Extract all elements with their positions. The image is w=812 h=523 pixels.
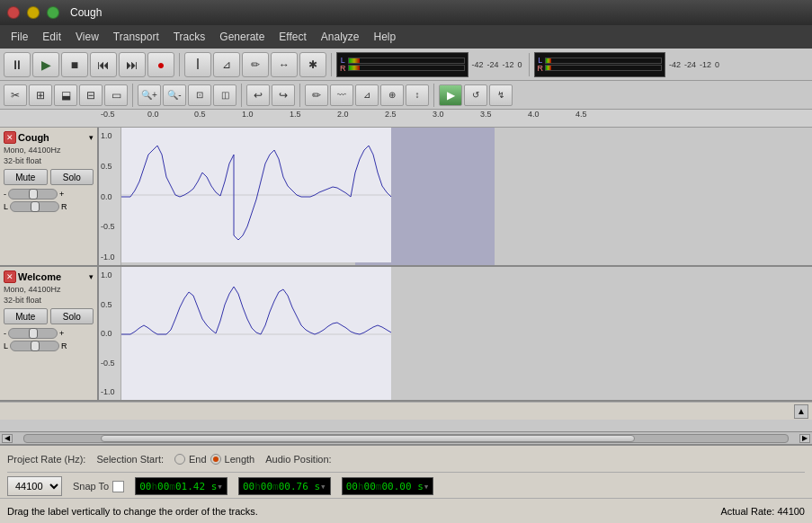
maximize-button[interactable] [47, 6, 59, 19]
ibeam-tool[interactable]: I [184, 52, 211, 77]
hscrollbar-track [23, 434, 789, 443]
length-radio[interactable] [210, 454, 221, 465]
draw-tool[interactable]: ✏ [242, 52, 269, 77]
zoom-fit-button[interactable]: ⊡ [188, 84, 211, 106]
amp2-label-10: 1.0 [101, 270, 119, 279]
track-welcome-waveform[interactable]: 1.0 0.5 0.0 -0.5 -1.0 [99, 267, 812, 400]
zoom-tool[interactable]: ↔ [271, 52, 298, 77]
waveform-svg-cough[interactable] [121, 128, 391, 262]
len-h: 00 [243, 481, 254, 492]
scrub-btn[interactable]: ↯ [489, 84, 513, 106]
sep-edit2 [241, 84, 242, 107]
track-cough-pan-slider[interactable] [10, 201, 59, 212]
zoom-btn2[interactable]: ⊕ [380, 84, 404, 106]
scroll-left-arrow[interactable]: ◀ [2, 434, 13, 443]
play-button[interactable]: ▶ [32, 52, 59, 77]
cut-button[interactable]: ✂ [4, 84, 27, 106]
track-welcome-gain-slider[interactable] [8, 328, 58, 339]
project-rate-group: Project Rate (Hz): [7, 454, 85, 465]
menu-transport[interactable]: Transport [106, 29, 166, 45]
ruler-tick-25: 2.5 [385, 110, 397, 119]
track-cough-solo[interactable]: Solo [50, 169, 94, 185]
waveform-svg-welcome[interactable] [121, 267, 391, 400]
track-cough-dropdown[interactable]: ▾ [89, 133, 94, 142]
project-rate-select[interactable]: 44100 22050 48000 [7, 476, 62, 496]
copy-button[interactable]: ⊞ [29, 84, 52, 106]
sep-edit3 [299, 84, 300, 107]
selection-start-display[interactable]: 00 h 00 m 01.42 s ▾ [135, 477, 228, 495]
record-button[interactable]: ● [147, 52, 174, 77]
envelope-tool[interactable]: ⊿ [213, 52, 240, 77]
next-button[interactable]: ⏭ [119, 52, 146, 77]
status-row1: Project Rate (Hz): Selection Start: End … [7, 446, 805, 473]
redo-button[interactable]: ↪ [272, 84, 295, 106]
pos-dropdown[interactable]: ▾ [424, 481, 430, 492]
silence-button[interactable]: ▭ [104, 84, 128, 106]
close-button[interactable] [7, 6, 20, 19]
zoom-in-button[interactable]: 🔍+ [138, 84, 161, 106]
prev-button[interactable]: ⏮ [90, 52, 117, 77]
menu-tracks[interactable]: Tracks [166, 29, 213, 45]
project-rate-input-group: 44100 22050 48000 [7, 476, 62, 496]
fit-v-btn[interactable]: ↕ [406, 84, 429, 106]
menu-analyze[interactable]: Analyze [314, 29, 367, 45]
len-dropdown[interactable]: ▾ [320, 481, 326, 492]
gain-minus-icon[interactable]: - [4, 190, 6, 199]
trim-button[interactable]: ⊟ [79, 84, 103, 106]
menu-file[interactable]: File [4, 29, 35, 45]
gain-minus2-icon[interactable]: - [4, 329, 6, 338]
menu-edit[interactable]: Edit [35, 29, 68, 45]
track-cough-close[interactable]: ✕ [4, 131, 16, 144]
draw-btn2[interactable]: ✏ [305, 84, 328, 106]
vu-scale-2: -24 [487, 60, 499, 69]
track-welcome-pan-slider[interactable] [10, 341, 59, 351]
track-welcome-mute[interactable]: Mute [4, 308, 48, 324]
amp-label-05: 0.5 [101, 162, 119, 171]
pos-h-lbl: h [358, 481, 364, 492]
content-area: -0.5 0.0 0.5 1.0 1.5 2.0 2.5 3.0 3.5 4.0… [0, 110, 812, 498]
main-toolbar: ⏸ ▶ ■ ⏮ ⏭ ● I ⊿ ✏ ↔ ✱ L R [0, 49, 812, 81]
sep-edit1 [132, 84, 133, 107]
menu-help[interactable]: Help [367, 29, 404, 45]
sel-start-m: 00 [157, 481, 169, 492]
track-cough-waveform[interactable]: 1.0 0.5 0.0 -0.5 -1.0 [99, 128, 812, 265]
track-cough-mute[interactable]: Mute [4, 169, 48, 185]
end-radio[interactable] [174, 454, 185, 465]
scroll-right-arrow[interactable]: ▶ [799, 434, 810, 443]
undo-button[interactable]: ↩ [246, 84, 270, 106]
ruler-tick-n05: -0.5 [101, 110, 115, 119]
stop-button[interactable]: ■ [61, 52, 88, 77]
track-welcome-solo[interactable]: Solo [50, 308, 94, 324]
zoom-out-button[interactable]: 🔍- [163, 84, 186, 106]
pan-right2-label: R [61, 341, 67, 350]
amplify-btn[interactable]: ⊿ [355, 84, 379, 106]
timeline-ruler: -0.5 0.0 0.5 1.0 1.5 2.0 2.5 3.0 3.5 4.0… [0, 110, 812, 128]
play-green-btn[interactable]: ▶ [439, 84, 462, 106]
multitool[interactable]: ✱ [299, 52, 326, 77]
minimize-button[interactable] [27, 6, 40, 19]
gain-plus-icon[interactable]: + [59, 190, 64, 199]
sel-start-dropdown[interactable]: ▾ [217, 481, 223, 492]
loop-btn[interactable]: ↺ [464, 84, 487, 106]
audio-position-display[interactable]: 00 h 00 m 00.00 s ▾ [342, 477, 434, 495]
track-welcome-close[interactable]: ✕ [4, 270, 16, 283]
length-display[interactable]: 00 h 00 m 00.76 s ▾ [238, 477, 331, 495]
track-cough-gain-slider[interactable] [8, 189, 58, 199]
menu-view[interactable]: View [68, 29, 106, 45]
hscrollbar-thumb[interactable] [101, 435, 635, 442]
svg-rect-2 [121, 267, 391, 400]
paste-button[interactable]: ⬓ [54, 84, 77, 106]
ruler-tick-05: 0.5 [194, 110, 206, 119]
menu-generate[interactable]: Generate [212, 29, 272, 45]
snap-checkbox[interactable] [112, 481, 124, 492]
smooth-btn[interactable]: 〰 [330, 84, 353, 106]
track-welcome-dropdown[interactable]: ▾ [89, 272, 94, 281]
gain-plus2-icon[interactable]: + [59, 329, 64, 338]
menu-effect[interactable]: Effect [272, 29, 313, 45]
statusbar-message: Drag the label vertically to change the … [7, 506, 258, 517]
ruler-tick-15: 1.5 [290, 110, 301, 119]
scroll-up-button[interactable]: ▲ [794, 404, 808, 419]
zoom-sel-button[interactable]: ◫ [213, 84, 236, 106]
pause-button[interactable]: ⏸ [4, 52, 31, 77]
actual-rate: Actual Rate: 44100 [720, 506, 805, 517]
